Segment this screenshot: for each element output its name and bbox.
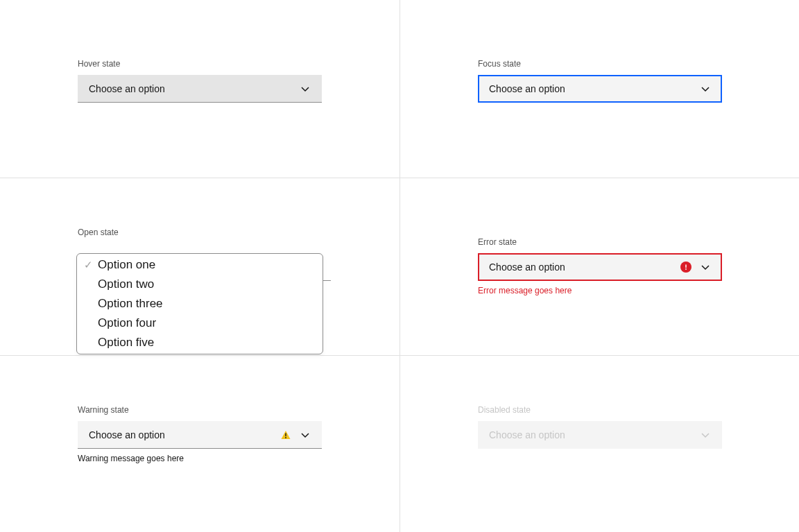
open-state-label: Open state bbox=[78, 227, 372, 238]
warning-state-label: Warning state bbox=[78, 404, 372, 415]
svg-point-1 bbox=[285, 437, 286, 438]
error-helper-text: Error message goes here bbox=[478, 285, 771, 296]
error-dropdown[interactable]: Choose an option bbox=[478, 253, 722, 281]
menu-item-label: Option one bbox=[98, 257, 155, 273]
menu-item-option-one[interactable]: ✓ Option one bbox=[77, 255, 323, 275]
chevron-down-icon bbox=[300, 429, 311, 440]
warning-helper-text: Warning message goes here bbox=[78, 453, 372, 464]
open-dropdown-menu[interactable]: ✓ Option one ✓ Option two ✓ Option three… bbox=[76, 253, 323, 354]
chevron-down-icon bbox=[700, 429, 711, 440]
hover-dropdown[interactable]: Choose an option bbox=[78, 75, 322, 103]
chevron-down-icon bbox=[300, 83, 311, 94]
error-dropdown-text: Choose an option bbox=[489, 261, 565, 273]
menu-item-option-three[interactable]: ✓ Option three bbox=[77, 294, 323, 314]
check-icon: ✓ bbox=[84, 257, 94, 273]
warning-icon bbox=[280, 429, 291, 440]
menu-item-label: Option two bbox=[98, 276, 154, 293]
focus-state-label: Focus state bbox=[478, 58, 771, 69]
menu-item-label: Option five bbox=[98, 334, 154, 351]
hover-state-label: Hover state bbox=[78, 58, 372, 69]
error-state-label: Error state bbox=[478, 237, 771, 248]
disabled-dropdown-text: Choose an option bbox=[489, 429, 565, 441]
hover-dropdown-text: Choose an option bbox=[89, 83, 165, 95]
menu-item-option-four[interactable]: ✓ Option four bbox=[77, 314, 323, 333]
disabled-dropdown: Choose an option bbox=[478, 421, 722, 449]
menu-item-option-five[interactable]: ✓ Option five bbox=[77, 333, 323, 352]
chevron-down-icon bbox=[700, 261, 711, 273]
menu-item-label: Option four bbox=[98, 315, 156, 332]
dropdown-underline bbox=[323, 280, 331, 281]
menu-item-option-two[interactable]: ✓ Option two bbox=[77, 275, 323, 294]
error-icon bbox=[680, 261, 691, 273]
disabled-state-label: Disabled state bbox=[478, 404, 771, 415]
chevron-down-icon bbox=[700, 83, 711, 94]
menu-item-label: Option three bbox=[98, 295, 163, 312]
warning-dropdown-text: Choose an option bbox=[89, 429, 165, 441]
svg-point-0 bbox=[685, 268, 687, 270]
focus-dropdown-text: Choose an option bbox=[489, 83, 565, 95]
warning-dropdown[interactable]: Choose an option bbox=[78, 421, 322, 449]
focus-dropdown[interactable]: Choose an option bbox=[478, 75, 722, 103]
